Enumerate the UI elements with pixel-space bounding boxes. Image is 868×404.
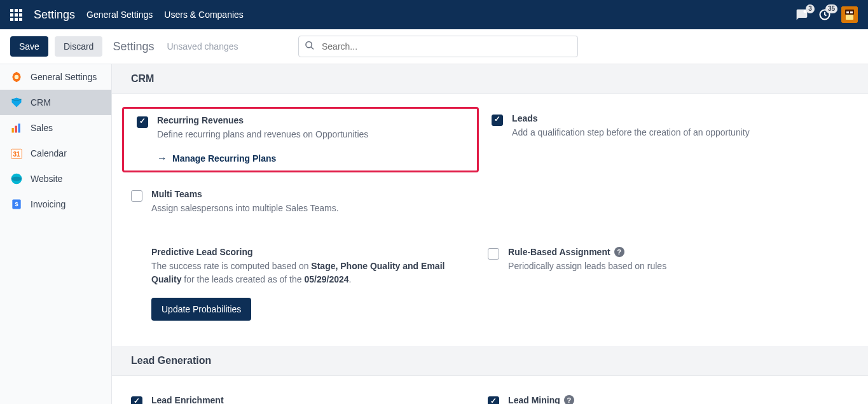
sales-icon — [10, 122, 23, 134]
setting-title: Predictive Lead Scoring — [151, 247, 462, 257]
setting-rule-based-assignment: Rule-Based Assignment ? Periodically ass… — [475, 240, 832, 327]
help-icon[interactable]: ? — [564, 395, 574, 404]
svg-text:$: $ — [15, 201, 18, 207]
messages-count: 3 — [806, 4, 815, 13]
checkbox-lead-enrichment[interactable] — [131, 396, 142, 404]
sidebar-item-website[interactable]: Website — [0, 166, 111, 192]
setting-lead-mining: Lead Mining ? — [475, 389, 832, 404]
svg-point-7 — [306, 42, 312, 48]
link-label: Manage Recurring Plans — [172, 153, 276, 164]
sidebar-item-sales[interactable]: Sales — [0, 115, 111, 141]
sidebar-item-calendar[interactable]: 31 Calendar — [0, 141, 111, 166]
calendar-icon: 31 — [10, 147, 23, 160]
top-navbar: Settings General Settings Users & Compan… — [0, 0, 868, 29]
control-panel: Save Discard Settings Unsaved changes — [0, 29, 868, 64]
setting-predictive-lead-scoring: Predictive Lead Scoring The success rate… — [118, 240, 475, 327]
setting-title: Lead Mining ? — [508, 395, 819, 404]
discard-button[interactable]: Discard — [55, 36, 102, 57]
setting-desc: Define recurring plans and revenues on O… — [157, 128, 464, 141]
menu-general-settings[interactable]: General Settings — [86, 10, 153, 20]
svg-text:31: 31 — [13, 151, 20, 158]
setting-desc: Add a qualification step before the crea… — [512, 126, 823, 139]
crm-icon — [10, 96, 23, 109]
setting-title: Leads — [512, 113, 823, 123]
setting-multi-teams: Multi Teams Assign salespersons into mul… — [118, 183, 475, 221]
save-button[interactable]: Save — [10, 36, 48, 57]
activity-count: 35 — [825, 4, 837, 13]
invoicing-icon: $ — [10, 198, 23, 211]
search-input[interactable] — [298, 36, 578, 57]
svg-rect-5 — [846, 11, 849, 13]
help-icon[interactable]: ? — [614, 247, 624, 257]
setting-title: Rule-Based Assignment ? — [508, 247, 819, 257]
checkbox-multi-teams[interactable] — [131, 190, 142, 202]
arrow-right-icon: → — [157, 153, 167, 164]
activity-button[interactable]: 35 — [818, 8, 831, 21]
svg-rect-11 — [12, 128, 14, 133]
sidebar-item-label: Invoicing — [31, 199, 65, 209]
svg-point-17 — [11, 177, 22, 181]
sidebar-item-label: Calendar — [31, 148, 67, 158]
setting-desc: Periodically assign leads based on rules — [508, 260, 819, 273]
svg-rect-4 — [846, 15, 853, 20]
unsaved-status: Unsaved changes — [167, 41, 238, 52]
link-manage-recurring-plans[interactable]: → Manage Recurring Plans — [157, 153, 276, 164]
checkbox-leads[interactable] — [492, 115, 503, 126]
setting-leads: Leads Add a qualification step before th… — [479, 107, 836, 176]
gear-icon — [10, 71, 23, 83]
sidebar-item-invoicing[interactable]: $ Invoicing — [0, 192, 111, 217]
sidebar-item-label: General Settings — [31, 72, 97, 82]
checkbox-rule-based-assignment[interactable] — [488, 248, 499, 260]
svg-rect-6 — [850, 11, 853, 13]
sidebar-item-label: Sales — [31, 123, 53, 133]
apps-menu-icon[interactable] — [10, 9, 22, 21]
website-icon — [10, 172, 23, 185]
search-icon — [305, 41, 315, 53]
sidebar-item-crm[interactable]: CRM — [0, 90, 111, 115]
sidebar-item-label: CRM — [31, 97, 51, 108]
menu-users-companies[interactable]: Users & Companies — [164, 10, 244, 20]
section-header-lead-generation: Lead Generation — [112, 346, 868, 376]
setting-lead-enrichment: Lead Enrichment — [118, 389, 475, 404]
app-title: Settings — [34, 8, 75, 22]
svg-point-10 — [15, 75, 19, 80]
sidebar-item-label: Website — [31, 174, 62, 184]
svg-line-8 — [311, 47, 313, 50]
setting-title: Lead Enrichment — [151, 395, 462, 404]
section-header-crm: CRM — [112, 64, 868, 94]
checkbox-lead-mining[interactable] — [488, 396, 499, 404]
user-avatar[interactable] — [841, 6, 858, 23]
update-probabilities-button[interactable]: Update Probabilities — [151, 298, 251, 321]
setting-title: Multi Teams — [151, 189, 462, 199]
setting-recurring-revenues: Recurring Revenues Define recurring plan… — [122, 107, 479, 172]
setting-desc: Assign salespersons into multiple Sales … — [151, 202, 462, 215]
checkbox-recurring-revenues[interactable] — [137, 116, 148, 128]
setting-title: Recurring Revenues — [157, 115, 464, 125]
settings-content: CRM Recurring Revenues Define recurring … — [112, 64, 868, 404]
setting-desc: The success rate is computed based on St… — [151, 260, 462, 286]
messages-button[interactable]: 3 — [796, 8, 808, 21]
breadcrumb: Settings — [113, 40, 154, 53]
svg-rect-12 — [15, 126, 17, 133]
svg-rect-13 — [18, 123, 20, 132]
sidebar-item-general-settings[interactable]: General Settings — [0, 64, 111, 90]
settings-sidebar: General Settings CRM Sales 31 Calendar W… — [0, 64, 112, 404]
